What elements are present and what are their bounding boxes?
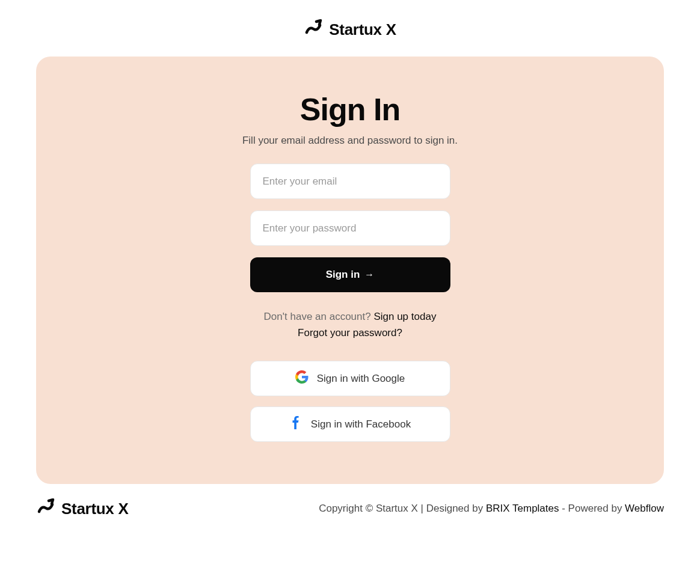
logo-icon xyxy=(304,19,323,40)
signin-button[interactable]: Sign in → xyxy=(250,257,450,292)
signin-form: Sign in → Don't have an account? Sign up… xyxy=(250,164,450,442)
facebook-signin-button[interactable]: Sign in with Facebook xyxy=(250,406,450,442)
signin-button-label: Sign in xyxy=(326,269,360,281)
no-account-text: Don't have an account? xyxy=(264,311,374,322)
facebook-icon xyxy=(289,416,302,432)
forgot-password-link[interactable]: Forgot your password? xyxy=(298,327,402,338)
powered-by-text: - Powered by xyxy=(559,503,625,514)
arrow-right-icon: → xyxy=(364,269,374,280)
password-field[interactable] xyxy=(250,210,450,246)
copyright-text: Copyright © Startux X | Designed by xyxy=(319,503,486,514)
social-buttons: Sign in with Google Sign in with Faceboo… xyxy=(250,361,450,442)
footer-text: Copyright © Startux X | Designed by BRIX… xyxy=(319,503,664,515)
google-signin-button[interactable]: Sign in with Google xyxy=(250,361,450,396)
signin-card: Sign In Fill your email address and pass… xyxy=(36,57,664,484)
google-icon xyxy=(295,370,309,387)
brand-name: Startux X xyxy=(329,20,396,39)
logo-icon xyxy=(36,498,55,519)
footer-brand-name: Startux X xyxy=(61,500,128,518)
platform-link[interactable]: Webflow xyxy=(625,503,664,514)
signup-link[interactable]: Sign up today xyxy=(373,311,436,322)
email-field[interactable] xyxy=(250,164,450,199)
designer-link[interactable]: BRIX Templates xyxy=(486,503,559,514)
footer-logo[interactable]: Startux X xyxy=(36,498,128,519)
header-logo[interactable]: Startux X xyxy=(0,0,700,57)
page-title: Sign In xyxy=(300,91,400,127)
footer: Startux X Copyright © Startux X | Design… xyxy=(0,484,700,537)
facebook-signin-label: Sign in with Facebook xyxy=(311,418,411,430)
page-subtitle: Fill your email address and password to … xyxy=(242,135,458,147)
google-signin-label: Sign in with Google xyxy=(317,373,405,385)
auth-links: Don't have an account? Sign up today For… xyxy=(250,308,450,341)
